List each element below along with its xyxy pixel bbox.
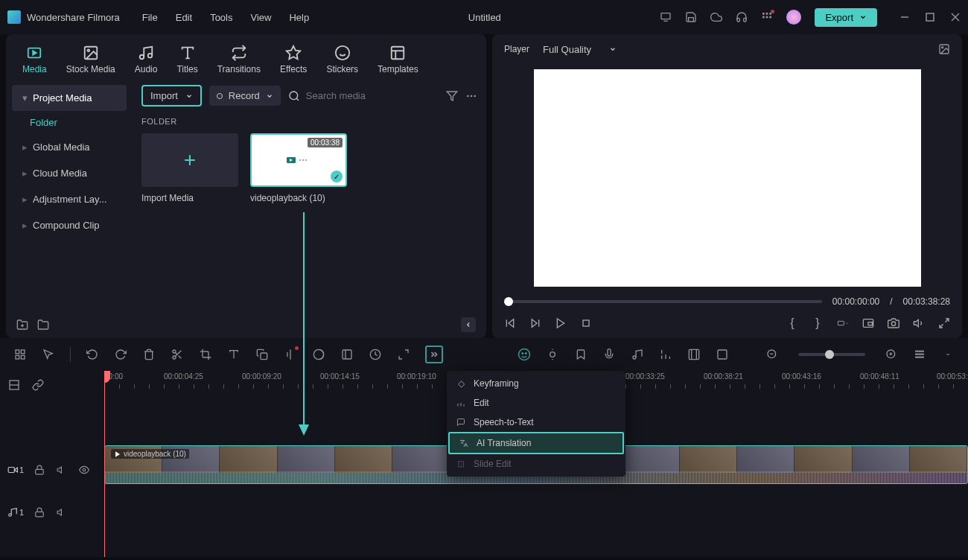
layout-icon[interactable] xyxy=(13,348,27,361)
video-canvas[interactable] xyxy=(534,69,921,287)
zoom-handle[interactable] xyxy=(825,350,834,359)
sidebar-folder[interactable]: Folder xyxy=(12,111,127,134)
text-button[interactable] xyxy=(227,348,241,361)
ctx-edit[interactable]: Edit xyxy=(447,393,625,413)
select-tool-icon[interactable] xyxy=(42,348,55,361)
prev-frame-button[interactable] xyxy=(504,317,516,329)
tab-effects[interactable]: Effects xyxy=(274,40,313,79)
ctx-keyframing[interactable]: ◇Keyframing xyxy=(447,374,625,393)
redo-button[interactable] xyxy=(114,348,127,361)
monitor-icon[interactable] xyxy=(660,11,672,23)
mark-out-button[interactable]: } xyxy=(812,317,824,329)
ai-button[interactable] xyxy=(518,348,531,361)
overlay-icon[interactable] xyxy=(716,348,729,361)
music-icon[interactable] xyxy=(631,348,644,361)
user-avatar[interactable] xyxy=(786,10,801,25)
marker-icon[interactable] xyxy=(574,348,588,361)
undo-button[interactable] xyxy=(86,348,99,361)
new-folder-icon[interactable] xyxy=(16,319,28,331)
view-mode-icon[interactable] xyxy=(913,348,926,361)
menu-file[interactable]: File xyxy=(142,12,158,23)
mixer-icon[interactable] xyxy=(659,348,672,361)
zoom-slider[interactable] xyxy=(798,353,865,356)
ruler-label: 00:00:33:25 xyxy=(625,372,665,381)
brightness-icon[interactable] xyxy=(546,348,559,361)
menu-tools[interactable]: Tools xyxy=(210,12,232,23)
collapse-sidebar-button[interactable] xyxy=(461,317,476,332)
cloud-icon[interactable] xyxy=(710,11,722,23)
speed-ramp-button[interactable] xyxy=(284,348,297,361)
minimize-button[interactable] xyxy=(899,12,910,22)
snapshot-icon[interactable] xyxy=(938,43,950,55)
mark-in-button[interactable]: { xyxy=(786,317,798,329)
volume-icon[interactable] xyxy=(913,317,925,329)
film-icon[interactable] xyxy=(687,348,701,361)
camera-icon[interactable] xyxy=(888,317,899,329)
tab-stickers[interactable]: Stickers xyxy=(320,40,364,79)
filter-icon[interactable] xyxy=(446,90,458,102)
stop-button[interactable] xyxy=(580,317,592,329)
pip-button[interactable] xyxy=(862,317,874,329)
import-media-tile[interactable]: + Import Media xyxy=(141,133,238,203)
split-button[interactable] xyxy=(171,348,184,361)
import-button[interactable]: Import xyxy=(141,85,202,106)
expand-button[interactable] xyxy=(397,348,410,361)
crop-button[interactable] xyxy=(199,348,212,361)
search-input[interactable] xyxy=(306,90,439,101)
tab-transitions[interactable]: Transitions xyxy=(211,40,267,79)
media-icon xyxy=(26,45,42,61)
play-button[interactable] xyxy=(555,317,567,329)
apps-icon[interactable] xyxy=(761,11,773,23)
mute-icon[interactable] xyxy=(55,463,69,477)
zoom-in-button[interactable] xyxy=(885,348,898,361)
view-chevron-icon[interactable] xyxy=(941,348,955,361)
tab-templates[interactable]: Templates xyxy=(372,40,424,79)
ctx-speech-to-text[interactable]: Speech-to-Text xyxy=(447,413,625,432)
more-icon[interactable] xyxy=(465,90,477,102)
sidebar-adjustment-layer[interactable]: ▸Adjustment Lay... xyxy=(12,186,127,212)
tab-stock-media[interactable]: Stock Media xyxy=(60,40,121,79)
fullscreen-button[interactable] xyxy=(938,317,950,329)
link-icon[interactable] xyxy=(31,378,45,392)
scrub-handle[interactable] xyxy=(504,297,513,306)
sidebar-project-media[interactable]: ▾Project Media xyxy=(12,85,127,111)
quality-dropdown[interactable]: Full Quality xyxy=(543,44,617,55)
delete-button[interactable] xyxy=(142,348,156,361)
timeline-layout-icon[interactable] xyxy=(7,378,21,392)
mic-icon[interactable] xyxy=(602,348,616,361)
tab-media[interactable]: Media xyxy=(16,40,53,79)
mute-icon[interactable] xyxy=(55,506,69,519)
more-tools-button[interactable] xyxy=(425,346,443,363)
player-tab[interactable]: Player xyxy=(504,44,529,54)
export-button[interactable]: Export xyxy=(815,8,877,27)
media-clip[interactable]: 00:03:38 ✓ videoplayback (10) xyxy=(250,133,347,203)
next-frame-button[interactable] xyxy=(529,317,541,329)
sidebar-global-media[interactable]: ▸Global Media xyxy=(12,134,127,160)
record-button[interactable]: Record xyxy=(209,86,281,106)
color-button[interactable] xyxy=(312,348,325,361)
sidebar-cloud-media[interactable]: ▸Cloud Media xyxy=(12,160,127,186)
copy-button[interactable] xyxy=(255,348,269,361)
menu-edit[interactable]: Edit xyxy=(176,12,192,23)
lock-icon[interactable] xyxy=(33,463,46,477)
scrubber[interactable] xyxy=(504,300,822,303)
svg-point-100 xyxy=(83,468,86,471)
tab-audio[interactable]: Audio xyxy=(129,40,164,79)
sidebar-compound-clip[interactable]: ▸Compound Clip xyxy=(12,212,127,238)
ratio-button[interactable] xyxy=(837,317,849,329)
lock-icon[interactable] xyxy=(33,506,46,519)
menu-help[interactable]: Help xyxy=(289,12,309,23)
headphones-icon[interactable] xyxy=(736,11,748,23)
speed-button[interactable] xyxy=(369,348,382,361)
zoom-out-button[interactable] xyxy=(765,348,779,361)
close-button[interactable] xyxy=(950,12,961,22)
maximize-button[interactable] xyxy=(925,12,935,22)
save-icon[interactable] xyxy=(685,11,697,23)
visibility-icon[interactable] xyxy=(77,463,91,477)
green-screen-button[interactable] xyxy=(340,348,354,361)
tab-titles[interactable]: Titles xyxy=(171,40,203,79)
folder-icon[interactable] xyxy=(37,319,49,331)
ctx-ai-translation[interactable]: AI Translation xyxy=(448,432,624,454)
playhead[interactable] xyxy=(104,371,105,557)
menu-view[interactable]: View xyxy=(250,12,271,23)
